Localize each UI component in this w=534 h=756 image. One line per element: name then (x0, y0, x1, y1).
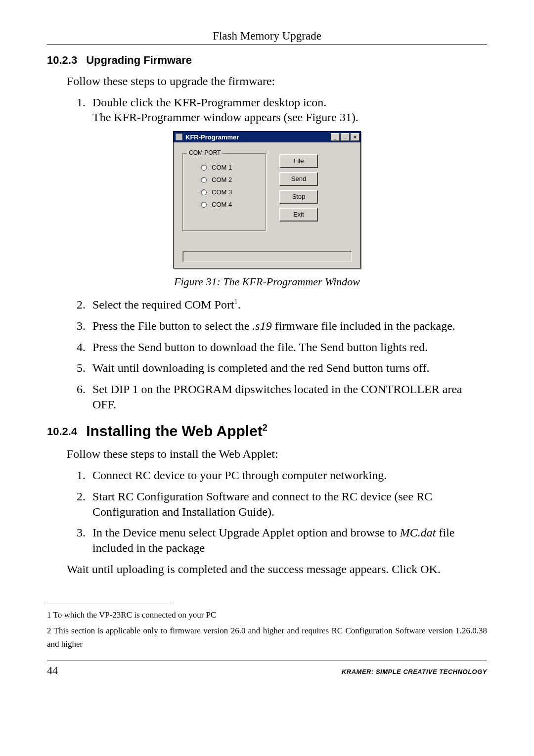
radio-label: COM 2 (212, 176, 232, 183)
figure-31-caption: Figure 31: The KFR-Programmer Window (47, 275, 487, 288)
step-2: Start RC Configuration Software and conn… (89, 489, 487, 519)
window-controls: _ □ × (331, 133, 359, 141)
radio-icon (201, 202, 207, 208)
footer-brand: KRAMER: SIMPLE CREATIVE TECHNOLOGY (342, 668, 487, 675)
close-button[interactable]: × (351, 133, 359, 141)
minimize-button[interactable]: _ (331, 133, 340, 141)
intro-10-2-4: Follow these steps to install the Web Ap… (67, 446, 487, 462)
heading-number: 10.2.4 (47, 425, 77, 438)
radio-icon (201, 189, 207, 195)
page-number: 44 (47, 664, 58, 677)
step-2-text: Select the required COM Port (92, 298, 234, 311)
radio-com3[interactable]: COM 3 (201, 188, 260, 196)
kfr-titlebar: KFR-Programmer _ □ × (174, 132, 360, 142)
step-1: Connect RC device to your PC through com… (89, 468, 487, 483)
heading-title: Upgrading Firmware (86, 54, 192, 66)
file-button[interactable]: File (279, 154, 318, 168)
step-3: In the Device menu select Upgrade Applet… (89, 525, 487, 555)
step-1-line2: The KFR-Programmer window appears (see F… (92, 111, 358, 124)
steps-10-2-3-a: Double click the KFR-Programmer desktop … (89, 95, 487, 125)
step-3: Press the File button to select the .s19… (89, 318, 487, 334)
radio-label: COM 1 (212, 164, 232, 171)
figure-31: KFR-Programmer _ □ × COM PORT COM 1 COM … (47, 131, 487, 268)
radio-icon (201, 165, 207, 171)
kfr-window-title: KFR-Programmer (185, 133, 239, 141)
footnote-1: 1 To which the VP-23RC is connected on y… (47, 608, 487, 622)
radio-com1[interactable]: COM 1 (201, 164, 260, 171)
heading-10-2-3: 10.2.3Upgrading Firmware (47, 54, 487, 67)
closing-10-2-4: Wait until uploading is completed and th… (67, 562, 487, 578)
step-2-post: . (238, 298, 241, 311)
step-4: Press the Send button to download the fi… (89, 340, 487, 355)
kfr-title-left: KFR-Programmer (176, 133, 239, 141)
step-3-pre: In the Device menu select Upgrade Applet… (92, 526, 400, 539)
footnote-ref-2: 2 (263, 423, 267, 433)
steps-10-2-3-b: Select the required COM Port1. Press the… (89, 297, 487, 412)
footnote-ref-1: 1 (234, 298, 238, 306)
intro-10-2-3: Follow these steps to upgrade the firmwa… (67, 74, 487, 89)
step-2: Select the required COM Port1. (89, 297, 487, 312)
com-port-groupbox: COM PORT COM 1 COM 2 COM 3 COM 4 (182, 153, 267, 231)
stop-button[interactable]: Stop (279, 190, 318, 204)
header-rule (47, 44, 487, 45)
kfr-client-area: COM PORT COM 1 COM 2 COM 3 COM 4 File Se… (174, 142, 360, 268)
step-3-pre: Press the File button to select the (92, 319, 252, 332)
step-5: Wait until downloading is completed and … (89, 360, 487, 376)
heading-number: 10.2.3 (47, 54, 77, 67)
heading-10-2-4: 10.2.4Installing the Web Applet2 (47, 423, 487, 440)
send-button[interactable]: Send (279, 172, 318, 186)
radio-com4[interactable]: COM 4 (201, 201, 260, 208)
step-6: Set DIP 1 on the PROGRAM dipswitches loc… (89, 382, 487, 412)
radio-label: COM 3 (212, 188, 232, 196)
footer: 44 KRAMER: SIMPLE CREATIVE TECHNOLOGY (47, 661, 487, 677)
footnote-2: 2 This section is applicable only to fir… (47, 624, 487, 651)
step-3-filename: .s19 (252, 319, 271, 332)
running-header: Flash Memory Upgrade (47, 30, 487, 43)
kfr-button-column: File Send Stop Exit (279, 153, 318, 231)
app-icon (176, 133, 182, 140)
kfr-window: KFR-Programmer _ □ × COM PORT COM 1 COM … (173, 131, 361, 268)
heading-title: Installing the Web Applet (86, 423, 263, 439)
radio-com2[interactable]: COM 2 (201, 176, 260, 183)
radio-label: COM 4 (212, 201, 232, 208)
step-3-post: firmware file included in the package. (272, 319, 455, 332)
radio-icon (201, 177, 207, 183)
exit-button[interactable]: Exit (279, 208, 318, 222)
maximize-button: □ (341, 133, 350, 141)
steps-10-2-4: Connect RC device to your PC through com… (89, 468, 487, 556)
step-3-filename: MC.dat (400, 526, 436, 539)
status-bar (182, 251, 352, 262)
step-1: Double click the KFR-Programmer desktop … (89, 95, 487, 125)
step-1-line1: Double click the KFR-Programmer desktop … (92, 96, 326, 109)
footnotes-rule (47, 604, 171, 604)
groupbox-legend: COM PORT (187, 149, 222, 156)
